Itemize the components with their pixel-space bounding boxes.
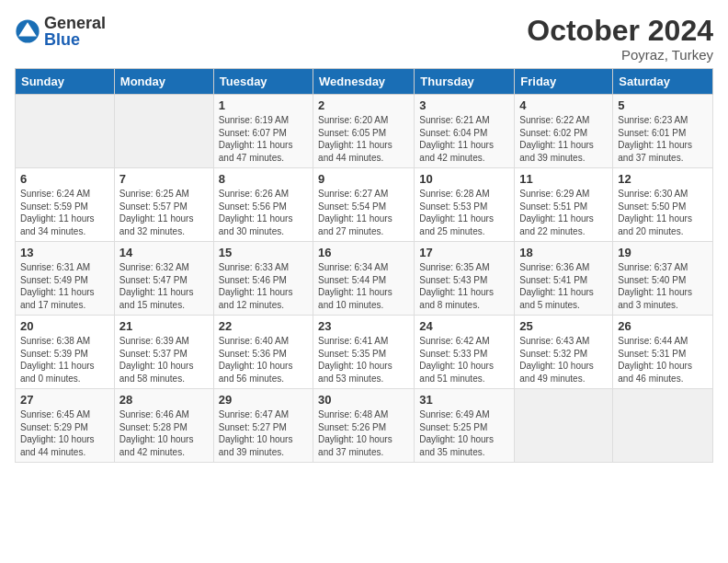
calendar-cell — [16, 95, 115, 168]
calendar-table: SundayMondayTuesdayWednesdayThursdayFrid… — [15, 68, 713, 463]
day-info: Sunrise: 6:38 AM Sunset: 5:39 PM Dayligh… — [20, 335, 109, 385]
calendar-cell: 13Sunrise: 6:31 AM Sunset: 5:49 PM Dayli… — [16, 242, 115, 316]
calendar-cell: 16Sunrise: 6:34 AM Sunset: 5:44 PM Dayli… — [313, 242, 415, 316]
day-info: Sunrise: 6:45 AM Sunset: 5:29 PM Dayligh… — [20, 408, 109, 458]
calendar-cell: 31Sunrise: 6:49 AM Sunset: 5:25 PM Dayli… — [415, 389, 515, 463]
day-info: Sunrise: 6:39 AM Sunset: 5:37 PM Dayligh… — [119, 335, 209, 385]
calendar-cell: 10Sunrise: 6:28 AM Sunset: 5:53 PM Dayli… — [415, 168, 515, 242]
day-header-tuesday: Tuesday — [213, 69, 313, 95]
day-number: 30 — [318, 393, 409, 407]
day-header-monday: Monday — [114, 69, 213, 95]
day-number: 28 — [119, 393, 209, 407]
calendar-cell: 15Sunrise: 6:33 AM Sunset: 5:46 PM Dayli… — [213, 242, 313, 316]
day-number: 11 — [519, 172, 608, 186]
day-info: Sunrise: 6:47 AM Sunset: 5:27 PM Dayligh… — [219, 408, 308, 458]
day-info: Sunrise: 6:48 AM Sunset: 5:26 PM Dayligh… — [318, 408, 409, 458]
day-number: 24 — [419, 319, 509, 333]
day-number: 10 — [419, 172, 509, 186]
day-number: 19 — [618, 246, 708, 259]
day-info: Sunrise: 6:41 AM Sunset: 5:35 PM Dayligh… — [318, 335, 409, 385]
calendar-cell: 29Sunrise: 6:47 AM Sunset: 5:27 PM Dayli… — [213, 389, 313, 463]
calendar-week-2: 6Sunrise: 6:24 AM Sunset: 5:59 PM Daylig… — [16, 168, 713, 242]
calendar-cell: 7Sunrise: 6:25 AM Sunset: 5:57 PM Daylig… — [114, 168, 213, 242]
day-number: 9 — [318, 172, 409, 186]
day-number: 5 — [618, 98, 708, 112]
calendar-cell: 11Sunrise: 6:29 AM Sunset: 5:51 PM Dayli… — [515, 168, 613, 242]
day-number: 18 — [519, 246, 608, 259]
day-number: 13 — [20, 246, 109, 259]
day-number: 17 — [419, 246, 509, 259]
day-info: Sunrise: 6:29 AM Sunset: 5:51 PM Dayligh… — [519, 188, 608, 237]
calendar-cell: 26Sunrise: 6:44 AM Sunset: 5:31 PM Dayli… — [613, 316, 713, 389]
day-info: Sunrise: 6:30 AM Sunset: 5:50 PM Dayligh… — [618, 188, 708, 237]
logo: General Blue — [15, 15, 106, 48]
day-info: Sunrise: 6:21 AM Sunset: 6:04 PM Dayligh… — [419, 114, 509, 164]
calendar-week-3: 13Sunrise: 6:31 AM Sunset: 5:49 PM Dayli… — [16, 242, 713, 316]
day-number: 16 — [318, 246, 409, 259]
day-number: 29 — [219, 393, 308, 407]
day-info: Sunrise: 6:20 AM Sunset: 6:05 PM Dayligh… — [318, 114, 409, 164]
calendar-cell — [613, 389, 713, 463]
calendar-cell: 28Sunrise: 6:46 AM Sunset: 5:28 PM Dayli… — [114, 389, 213, 463]
day-info: Sunrise: 6:28 AM Sunset: 5:53 PM Dayligh… — [419, 188, 509, 237]
calendar-cell: 25Sunrise: 6:43 AM Sunset: 5:32 PM Dayli… — [515, 316, 613, 389]
calendar-cell: 4Sunrise: 6:22 AM Sunset: 6:02 PM Daylig… — [515, 95, 613, 168]
calendar-week-1: 1Sunrise: 6:19 AM Sunset: 6:07 PM Daylig… — [16, 95, 713, 168]
month-title: October 2024 — [527, 15, 713, 47]
day-info: Sunrise: 6:31 AM Sunset: 5:49 PM Dayligh… — [20, 261, 109, 311]
day-number: 1 — [219, 98, 308, 112]
day-number: 15 — [219, 246, 308, 259]
day-info: Sunrise: 6:36 AM Sunset: 5:41 PM Dayligh… — [519, 261, 608, 311]
calendar-cell: 1Sunrise: 6:19 AM Sunset: 6:07 PM Daylig… — [213, 95, 313, 168]
day-number: 27 — [20, 393, 109, 407]
calendar-cell: 9Sunrise: 6:27 AM Sunset: 5:54 PM Daylig… — [313, 168, 415, 242]
day-info: Sunrise: 6:35 AM Sunset: 5:43 PM Dayligh… — [419, 261, 509, 311]
calendar-cell: 22Sunrise: 6:40 AM Sunset: 5:36 PM Dayli… — [213, 316, 313, 389]
day-info: Sunrise: 6:24 AM Sunset: 5:59 PM Dayligh… — [20, 188, 109, 237]
calendar-cell: 19Sunrise: 6:37 AM Sunset: 5:40 PM Dayli… — [613, 242, 713, 316]
day-number: 8 — [219, 172, 308, 186]
day-header-friday: Friday — [515, 69, 613, 95]
calendar-cell: 24Sunrise: 6:42 AM Sunset: 5:33 PM Dayli… — [415, 316, 515, 389]
calendar-cell: 8Sunrise: 6:26 AM Sunset: 5:56 PM Daylig… — [213, 168, 313, 242]
day-info: Sunrise: 6:23 AM Sunset: 6:01 PM Dayligh… — [618, 114, 708, 164]
day-info: Sunrise: 6:27 AM Sunset: 5:54 PM Dayligh… — [318, 188, 409, 237]
day-number: 4 — [519, 98, 608, 112]
day-number: 14 — [119, 246, 209, 259]
day-info: Sunrise: 6:34 AM Sunset: 5:44 PM Dayligh… — [318, 261, 409, 311]
day-number: 12 — [618, 172, 708, 186]
calendar-cell: 27Sunrise: 6:45 AM Sunset: 5:29 PM Dayli… — [16, 389, 115, 463]
day-number: 31 — [419, 393, 509, 407]
calendar-week-5: 27Sunrise: 6:45 AM Sunset: 5:29 PM Dayli… — [16, 389, 713, 463]
calendar-week-4: 20Sunrise: 6:38 AM Sunset: 5:39 PM Dayli… — [16, 316, 713, 389]
day-number: 7 — [119, 172, 209, 186]
day-info: Sunrise: 6:22 AM Sunset: 6:02 PM Dayligh… — [519, 114, 608, 164]
calendar-cell: 6Sunrise: 6:24 AM Sunset: 5:59 PM Daylig… — [16, 168, 115, 242]
day-number: 6 — [20, 172, 109, 186]
day-info: Sunrise: 6:37 AM Sunset: 5:40 PM Dayligh… — [618, 261, 708, 311]
calendar-cell: 17Sunrise: 6:35 AM Sunset: 5:43 PM Dayli… — [415, 242, 515, 316]
logo-blue: Blue — [44, 30, 80, 49]
day-number: 23 — [318, 319, 409, 333]
calendar-cell: 30Sunrise: 6:48 AM Sunset: 5:26 PM Dayli… — [313, 389, 415, 463]
day-number: 25 — [519, 319, 608, 333]
logo-icon — [15, 18, 40, 44]
day-number: 22 — [219, 319, 308, 333]
day-info: Sunrise: 6:25 AM Sunset: 5:57 PM Dayligh… — [119, 188, 209, 237]
logo-text: General Blue — [44, 15, 106, 48]
calendar-cell: 3Sunrise: 6:21 AM Sunset: 6:04 PM Daylig… — [415, 95, 515, 168]
day-info: Sunrise: 6:42 AM Sunset: 5:33 PM Dayligh… — [419, 335, 509, 385]
day-header-thursday: Thursday — [415, 69, 515, 95]
day-info: Sunrise: 6:46 AM Sunset: 5:28 PM Dayligh… — [119, 408, 209, 458]
day-info: Sunrise: 6:43 AM Sunset: 5:32 PM Dayligh… — [519, 335, 608, 385]
day-info: Sunrise: 6:26 AM Sunset: 5:56 PM Dayligh… — [219, 188, 308, 237]
logo-general: General — [44, 14, 106, 32]
day-number: 26 — [618, 319, 708, 333]
day-number: 2 — [318, 98, 409, 112]
day-info: Sunrise: 6:19 AM Sunset: 6:07 PM Dayligh… — [219, 114, 308, 164]
day-info: Sunrise: 6:44 AM Sunset: 5:31 PM Dayligh… — [618, 335, 708, 385]
calendar-container: General Blue October 2024 Poyraz, Turkey… — [0, 0, 728, 477]
header: General Blue October 2024 Poyraz, Turkey — [15, 15, 713, 63]
location: Poyraz, Turkey — [527, 47, 713, 63]
calendar-cell: 23Sunrise: 6:41 AM Sunset: 5:35 PM Dayli… — [313, 316, 415, 389]
